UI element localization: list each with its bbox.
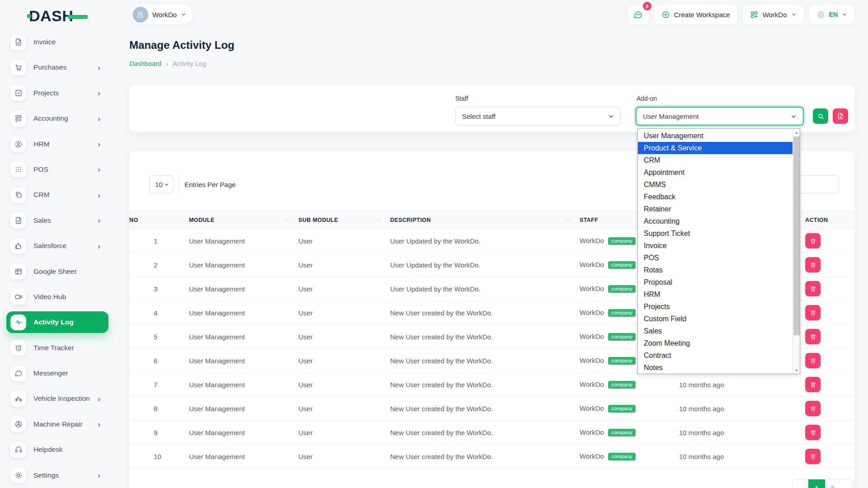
addon-option[interactable]: Notes — [638, 361, 793, 374]
delete-button[interactable] — [805, 425, 821, 440]
row-no: 2 — [129, 253, 189, 277]
addon-option[interactable]: Retainer — [638, 203, 793, 215]
column-label: SUB MODULE — [298, 217, 338, 223]
pagination: ← 1 2 → — [792, 479, 853, 488]
addon-option[interactable]: HRM — [638, 288, 793, 300]
clear-filter-button[interactable] — [833, 108, 848, 124]
trash-icon — [810, 333, 816, 340]
addon-option[interactable]: CMMS — [638, 178, 793, 191]
sidebar-item[interactable]: CRM › — [6, 184, 108, 206]
delete-button[interactable] — [805, 449, 821, 464]
sidebar-item[interactable]: Accounting › — [6, 108, 108, 129]
delete-button[interactable] — [805, 233, 821, 249]
sidebar-item[interactable]: Google Sheet › — [6, 261, 108, 282]
messages-button[interactable]: 0 — [628, 5, 649, 24]
addon-option[interactable]: POS — [638, 252, 793, 264]
addon-option[interactable]: Support Ticket — [638, 227, 793, 239]
delete-button[interactable] — [805, 377, 821, 392]
page-button[interactable]: 2 — [826, 479, 839, 488]
addon-option[interactable]: Custom Field — [638, 313, 793, 325]
addon-option-label: Projects — [644, 303, 670, 310]
trash-icon — [810, 429, 816, 436]
sidebar-item[interactable]: Machine Repair › — [6, 413, 108, 435]
addon-option[interactable]: Contract — [638, 349, 793, 361]
addon-option[interactable]: Sales — [638, 325, 793, 337]
sidebar-item[interactable]: POS › — [6, 159, 108, 180]
addon-option[interactable]: Zoom Meeting — [638, 337, 793, 349]
copy-icon — [10, 187, 26, 203]
addon-option[interactable]: Feedback — [638, 191, 793, 203]
app-menu-button[interactable]: WorkDo — [743, 5, 804, 24]
addon-option[interactable]: CRM — [638, 154, 793, 166]
column-header[interactable]: ACTION ↑↓ — [805, 211, 854, 229]
sidebar-item[interactable]: Helpdesk › — [6, 439, 108, 460]
sidebar-item[interactable]: Invoice › — [6, 31, 108, 53]
staff-select[interactable]: Select staff — [455, 107, 621, 126]
row-staff: WorkDo — [580, 452, 604, 460]
addon-option-label: Invoice — [644, 242, 667, 249]
addon-option[interactable]: Appointment — [638, 166, 793, 178]
page-button[interactable]: 1 — [808, 479, 826, 488]
chevron-down-icon — [842, 12, 847, 17]
addon-option-label: Feedback — [644, 193, 675, 201]
row-date: 10 months ago — [679, 445, 805, 469]
addon-option-label: Product & Service — [644, 144, 702, 152]
sidebar-item-label: Salesforce — [33, 242, 66, 250]
language-button[interactable]: EN — [809, 5, 854, 24]
row-sub-module: User — [298, 277, 390, 301]
row-no: 9 — [129, 421, 189, 445]
sidebar-item[interactable]: Projects › — [6, 82, 108, 104]
sidebar-item[interactable]: Messenger › — [6, 362, 108, 384]
sidebar-item-label: HRM — [33, 140, 49, 148]
column-header[interactable]: MODULE ↑↓ — [189, 211, 298, 229]
delete-button[interactable] — [805, 329, 821, 344]
addon-option[interactable]: Invoice — [638, 239, 793, 252]
sidebar-item[interactable]: Purchases › — [6, 56, 108, 78]
entries-value: 10 — [155, 181, 163, 188]
addon-option[interactable]: Product & Service — [638, 142, 793, 154]
globe-icon — [816, 10, 825, 19]
sidebar-item-label: Invoice — [33, 38, 56, 46]
app-logo[interactable]: DASH — [29, 7, 88, 25]
delete-button[interactable] — [805, 281, 821, 296]
apply-search-button[interactable] — [813, 108, 828, 124]
column-header[interactable]: SUB MODULE ↑↓ — [298, 211, 390, 229]
scroll-down-icon[interactable]: ▼ — [793, 366, 800, 374]
sidebar-item[interactable]: Video Hub › — [6, 286, 108, 308]
sidebar-item[interactable]: HRM › — [6, 133, 108, 155]
row-module: User Management — [189, 445, 298, 469]
delete-button[interactable] — [805, 257, 821, 272]
column-header[interactable]: NO ↑↓ — [129, 211, 189, 229]
sidebar-item[interactable]: Salesforce › — [6, 235, 108, 257]
sidebar-item[interactable]: Vehicle Inspection › — [6, 388, 108, 409]
scroll-up-icon[interactable]: ▲ — [793, 129, 800, 136]
row-no: 1 — [129, 229, 189, 253]
scrollbar-thumb[interactable] — [793, 136, 800, 335]
create-workspace-button[interactable]: Create Workspace — [654, 5, 737, 24]
delete-button[interactable] — [805, 353, 821, 368]
sidebar-item[interactable]: Settings › — [6, 465, 108, 486]
chevron-right-icon: › — [98, 63, 100, 72]
entries-per-page-select[interactable]: 10 — [149, 175, 174, 193]
delete-button[interactable] — [805, 401, 821, 416]
trash-icon — [810, 405, 816, 412]
column-label: DESCRIPTION — [390, 217, 431, 223]
addon-option[interactable]: Projects — [638, 300, 793, 313]
sidebar-item[interactable]: Time Tracker › — [6, 337, 108, 359]
next-page-button[interactable]: → — [839, 479, 853, 488]
addon-select[interactable]: User Management — [636, 107, 804, 126]
previous-page-button[interactable]: ← — [793, 479, 808, 488]
breadcrumb-dashboard-link[interactable]: Dashboard — [129, 60, 161, 67]
sidebar-item[interactable]: Sales › — [6, 210, 108, 231]
addon-option[interactable]: Rotas — [638, 264, 793, 276]
search-icon — [817, 113, 825, 120]
row-module: User Management — [189, 253, 298, 277]
workspace-switcher[interactable]: WorkDo — [130, 5, 193, 24]
addon-option[interactable]: User Management — [638, 130, 793, 142]
column-header[interactable]: DESCRIPTION ↑↓ — [390, 211, 580, 229]
delete-button[interactable] — [805, 305, 821, 320]
addon-option[interactable]: Accounting — [638, 215, 793, 227]
sidebar-item[interactable]: Activity Log › — [6, 311, 108, 333]
addon-option[interactable]: Proposal — [638, 276, 793, 288]
dropdown-scrollbar[interactable]: ▲ ▼ — [793, 129, 800, 374]
